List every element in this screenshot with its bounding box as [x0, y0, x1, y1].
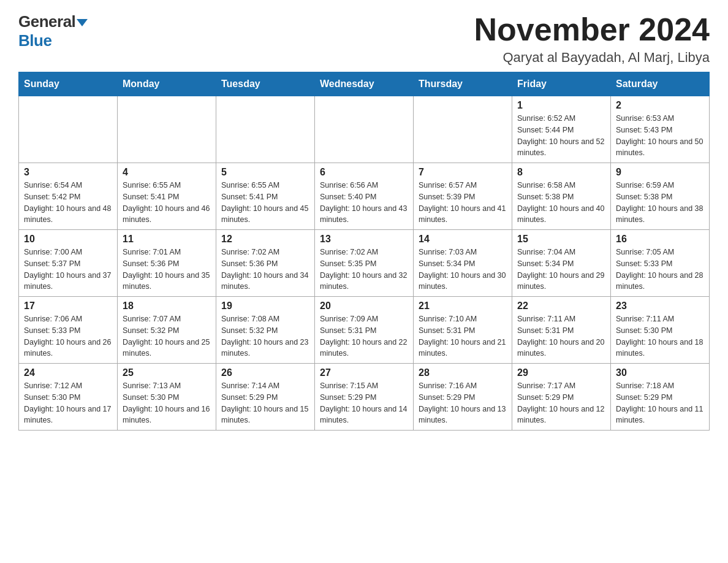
day-number: 9 [616, 167, 704, 178]
day-number: 3 [24, 167, 112, 178]
calendar-cell: 22Sunrise: 7:11 AMSunset: 5:31 PMDayligh… [512, 297, 611, 364]
weekday-header-thursday: Thursday [414, 72, 512, 96]
calendar-cell [118, 96, 216, 163]
day-number: 12 [221, 234, 309, 245]
calendar-cell: 4Sunrise: 6:55 AMSunset: 5:41 PMDaylight… [118, 163, 216, 230]
day-detail: Sunrise: 7:10 AMSunset: 5:31 PMDaylight:… [419, 313, 507, 359]
logo-blue-text: Blue [18, 31, 51, 50]
calendar-cell: 3Sunrise: 6:54 AMSunset: 5:42 PMDaylight… [19, 163, 118, 230]
day-number: 17 [24, 301, 112, 312]
calendar-cell [19, 96, 118, 163]
day-number: 28 [419, 367, 507, 378]
day-detail: Sunrise: 7:16 AMSunset: 5:29 PMDaylight:… [419, 380, 507, 426]
day-detail: Sunrise: 6:56 AMSunset: 5:40 PMDaylight:… [320, 180, 408, 226]
calendar-week-row: 1Sunrise: 6:52 AMSunset: 5:44 PMDaylight… [19, 96, 710, 163]
day-detail: Sunrise: 7:05 AMSunset: 5:33 PMDaylight:… [616, 247, 704, 293]
day-number: 6 [320, 167, 408, 178]
day-number: 26 [221, 367, 309, 378]
calendar-cell: 7Sunrise: 6:57 AMSunset: 5:39 PMDaylight… [414, 163, 512, 230]
day-number: 18 [123, 301, 211, 312]
day-detail: Sunrise: 7:02 AMSunset: 5:35 PMDaylight:… [320, 247, 408, 293]
day-detail: Sunrise: 7:13 AMSunset: 5:30 PMDaylight:… [123, 380, 211, 426]
day-number: 10 [24, 234, 112, 245]
day-number: 1 [517, 100, 605, 111]
day-number: 19 [221, 301, 309, 312]
day-number: 21 [419, 301, 507, 312]
day-detail: Sunrise: 7:06 AMSunset: 5:33 PMDaylight:… [24, 313, 112, 359]
day-number: 25 [123, 367, 211, 378]
day-detail: Sunrise: 6:58 AMSunset: 5:38 PMDaylight:… [517, 180, 605, 226]
day-number: 24 [24, 367, 112, 378]
day-detail: Sunrise: 7:09 AMSunset: 5:31 PMDaylight:… [320, 313, 408, 359]
calendar-cell: 16Sunrise: 7:05 AMSunset: 5:33 PMDayligh… [611, 230, 710, 297]
calendar-cell: 12Sunrise: 7:02 AMSunset: 5:36 PMDayligh… [216, 230, 315, 297]
logo-triangle-icon [77, 19, 88, 26]
location-text: Qaryat al Bayyadah, Al Marj, Libya [474, 50, 710, 66]
calendar-cell: 28Sunrise: 7:16 AMSunset: 5:29 PMDayligh… [414, 364, 512, 431]
day-number: 7 [419, 167, 507, 178]
calendar-cell: 21Sunrise: 7:10 AMSunset: 5:31 PMDayligh… [414, 297, 512, 364]
calendar-cell: 2Sunrise: 6:53 AMSunset: 5:43 PMDaylight… [611, 96, 710, 163]
day-detail: Sunrise: 7:11 AMSunset: 5:30 PMDaylight:… [616, 313, 704, 359]
day-number: 5 [221, 167, 309, 178]
day-detail: Sunrise: 6:57 AMSunset: 5:39 PMDaylight:… [419, 180, 507, 226]
day-number: 23 [616, 301, 704, 312]
day-detail: Sunrise: 6:55 AMSunset: 5:41 PMDaylight:… [221, 180, 309, 226]
calendar-cell: 15Sunrise: 7:04 AMSunset: 5:34 PMDayligh… [512, 230, 611, 297]
day-number: 20 [320, 301, 408, 312]
day-number: 30 [616, 367, 704, 378]
calendar-cell: 27Sunrise: 7:15 AMSunset: 5:29 PMDayligh… [315, 364, 414, 431]
day-number: 2 [616, 100, 704, 111]
calendar-cell [315, 96, 414, 163]
weekday-header-saturday: Saturday [611, 72, 710, 96]
day-number: 29 [517, 367, 605, 378]
calendar-week-row: 10Sunrise: 7:00 AMSunset: 5:37 PMDayligh… [19, 230, 710, 297]
day-number: 8 [517, 167, 605, 178]
day-detail: Sunrise: 7:02 AMSunset: 5:36 PMDaylight:… [221, 247, 309, 293]
day-number: 14 [419, 234, 507, 245]
day-detail: Sunrise: 7:12 AMSunset: 5:30 PMDaylight:… [24, 380, 112, 426]
weekday-header-friday: Friday [512, 72, 611, 96]
calendar-cell: 24Sunrise: 7:12 AMSunset: 5:30 PMDayligh… [19, 364, 118, 431]
day-number: 27 [320, 367, 408, 378]
day-detail: Sunrise: 7:14 AMSunset: 5:29 PMDaylight:… [221, 380, 309, 426]
logo-top-row: General [18, 12, 88, 31]
calendar-cell: 10Sunrise: 7:00 AMSunset: 5:37 PMDayligh… [19, 230, 118, 297]
calendar-cell: 19Sunrise: 7:08 AMSunset: 5:32 PMDayligh… [216, 297, 315, 364]
calendar-cell: 30Sunrise: 7:18 AMSunset: 5:29 PMDayligh… [611, 364, 710, 431]
day-detail: Sunrise: 7:18 AMSunset: 5:29 PMDaylight:… [616, 380, 704, 426]
calendar-cell: 17Sunrise: 7:06 AMSunset: 5:33 PMDayligh… [19, 297, 118, 364]
calendar-header: SundayMondayTuesdayWednesdayThursdayFrid… [19, 72, 710, 96]
weekday-header-sunday: Sunday [19, 72, 118, 96]
day-detail: Sunrise: 7:03 AMSunset: 5:34 PMDaylight:… [419, 247, 507, 293]
calendar-week-row: 24Sunrise: 7:12 AMSunset: 5:30 PMDayligh… [19, 364, 710, 431]
day-detail: Sunrise: 7:15 AMSunset: 5:29 PMDaylight:… [320, 380, 408, 426]
calendar-cell: 8Sunrise: 6:58 AMSunset: 5:38 PMDaylight… [512, 163, 611, 230]
day-detail: Sunrise: 6:54 AMSunset: 5:42 PMDaylight:… [24, 180, 112, 226]
calendar-week-row: 3Sunrise: 6:54 AMSunset: 5:42 PMDaylight… [19, 163, 710, 230]
calendar-cell: 9Sunrise: 6:59 AMSunset: 5:38 PMDaylight… [611, 163, 710, 230]
page-header: General Blue November 2024 Qaryat al Bay… [18, 12, 710, 66]
day-number: 16 [616, 234, 704, 245]
day-detail: Sunrise: 7:04 AMSunset: 5:34 PMDaylight:… [517, 247, 605, 293]
day-detail: Sunrise: 7:01 AMSunset: 5:36 PMDaylight:… [123, 247, 211, 293]
calendar-cell [216, 96, 315, 163]
logo-general-text: General [18, 12, 75, 31]
calendar-cell: 1Sunrise: 6:52 AMSunset: 5:44 PMDaylight… [512, 96, 611, 163]
calendar-body: 1Sunrise: 6:52 AMSunset: 5:44 PMDaylight… [19, 96, 710, 431]
day-detail: Sunrise: 7:07 AMSunset: 5:32 PMDaylight:… [123, 313, 211, 359]
day-number: 13 [320, 234, 408, 245]
calendar-cell: 25Sunrise: 7:13 AMSunset: 5:30 PMDayligh… [118, 364, 216, 431]
calendar-cell: 29Sunrise: 7:17 AMSunset: 5:29 PMDayligh… [512, 364, 611, 431]
calendar-cell: 20Sunrise: 7:09 AMSunset: 5:31 PMDayligh… [315, 297, 414, 364]
calendar-cell: 26Sunrise: 7:14 AMSunset: 5:29 PMDayligh… [216, 364, 315, 431]
weekday-header-tuesday: Tuesday [216, 72, 315, 96]
calendar-cell: 6Sunrise: 6:56 AMSunset: 5:40 PMDaylight… [315, 163, 414, 230]
weekday-header-wednesday: Wednesday [315, 72, 414, 96]
title-block: November 2024 Qaryat al Bayyadah, Al Mar… [474, 12, 710, 66]
calendar-cell: 18Sunrise: 7:07 AMSunset: 5:32 PMDayligh… [118, 297, 216, 364]
calendar-cell [414, 96, 512, 163]
day-detail: Sunrise: 6:55 AMSunset: 5:41 PMDaylight:… [123, 180, 211, 226]
day-detail: Sunrise: 7:00 AMSunset: 5:37 PMDaylight:… [24, 247, 112, 293]
day-number: 22 [517, 301, 605, 312]
